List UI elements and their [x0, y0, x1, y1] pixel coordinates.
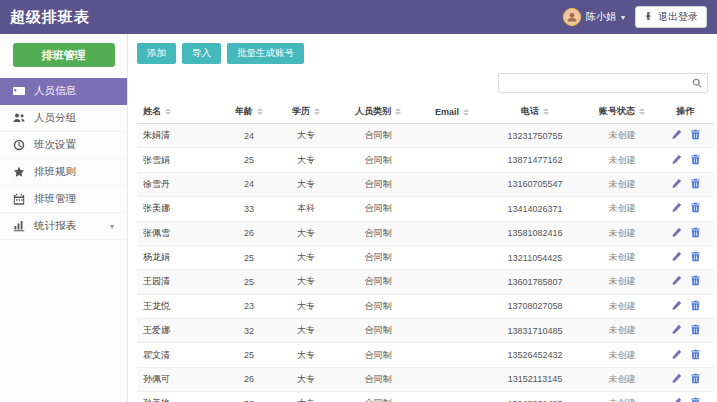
table-row: 徐雪丹24大专合同制13160705547未创建: [137, 172, 714, 196]
cell-category: 合同制: [335, 343, 421, 367]
edit-icon: [671, 153, 682, 168]
column-label: 学历: [292, 106, 310, 116]
sidebar-item-label: 统计报表: [34, 219, 76, 233]
column-header-age[interactable]: 年龄: [221, 100, 277, 124]
cell-email: [421, 319, 483, 343]
cell-status: 未创建: [587, 343, 657, 367]
search-icon[interactable]: [692, 78, 707, 88]
delete-button[interactable]: [686, 201, 705, 216]
edit-icon: [671, 396, 682, 402]
edit-button[interactable]: [667, 396, 686, 402]
chevron-down-icon: ▾: [110, 222, 114, 231]
delete-button[interactable]: [686, 128, 705, 143]
sort-icon[interactable]: [463, 109, 469, 116]
delete-icon: [690, 201, 701, 216]
sidebar-item-schedule-manage[interactable]: 排班管理: [0, 186, 127, 213]
cell-edu: 大专: [277, 221, 335, 245]
edit-button[interactable]: [667, 274, 686, 289]
column-header-category[interactable]: 人员类别: [335, 100, 421, 124]
delete-button[interactable]: [686, 372, 705, 387]
delete-button[interactable]: [686, 177, 705, 192]
delete-button[interactable]: [686, 299, 705, 314]
cell-name: 王园清: [137, 270, 221, 294]
schedule-manage-header-button[interactable]: 排班管理: [13, 43, 115, 67]
edit-button[interactable]: [667, 177, 686, 192]
cell-age: 25: [221, 245, 277, 269]
edit-button[interactable]: [667, 299, 686, 314]
calendar-icon: [13, 193, 25, 205]
cell-age: 25: [221, 148, 277, 172]
id-card-icon: [13, 85, 25, 97]
sort-icon[interactable]: [395, 108, 401, 115]
sort-icon[interactable]: [165, 108, 171, 115]
edit-icon: [671, 201, 682, 216]
delete-button[interactable]: [686, 226, 705, 241]
logout-button[interactable]: 退出登录: [635, 6, 707, 28]
personnel-table: 姓名年龄学历人员类别Email电话账号状态操作 朱娟清24大专合同制132317…: [137, 100, 714, 402]
sort-icon[interactable]: [314, 108, 320, 115]
cell-age: 25: [221, 270, 277, 294]
sidebar-item-schedule-rules[interactable]: 排班规则: [0, 159, 127, 186]
cell-age: 26: [221, 367, 277, 391]
cell-category: 合同制: [335, 124, 421, 148]
sort-icon[interactable]: [543, 108, 549, 115]
column-header-email[interactable]: Email: [421, 100, 483, 124]
cell-phone: 13231750755: [483, 124, 587, 148]
column-header-status[interactable]: 账号状态: [587, 100, 657, 124]
cell-ops: [657, 319, 714, 343]
sort-icon[interactable]: [257, 108, 263, 115]
search-input[interactable]: [499, 74, 692, 92]
star-icon: [13, 166, 25, 178]
cell-ops: [657, 172, 714, 196]
edit-button[interactable]: [667, 226, 686, 241]
cell-ops: [657, 343, 714, 367]
sidebar-item-personnel-info[interactable]: 人员信息: [0, 78, 127, 105]
column-header-edu[interactable]: 学历: [277, 100, 335, 124]
cell-category: 合同制: [335, 245, 421, 269]
sidebar-item-label: 班次设置: [34, 138, 76, 152]
cell-edu: 大专: [277, 124, 335, 148]
column-header-phone[interactable]: 电话: [483, 100, 587, 124]
table-row: 孙佩可26大专合同制13152113145未创建: [137, 367, 714, 391]
edit-button[interactable]: [667, 323, 686, 338]
edit-button[interactable]: [667, 128, 686, 143]
cell-age: 24: [221, 172, 277, 196]
user-menu[interactable]: 陈小娟 ▾: [563, 8, 625, 26]
delete-button[interactable]: [686, 323, 705, 338]
cell-edu: 大专: [277, 392, 335, 402]
delete-button[interactable]: [686, 250, 705, 265]
cell-email: [421, 124, 483, 148]
add-button[interactable]: 添加: [137, 43, 176, 64]
edit-button[interactable]: [667, 153, 686, 168]
cell-phone: 13526452432: [483, 343, 587, 367]
table-row: 杨龙娟25大专合同制13211054425未创建: [137, 245, 714, 269]
delete-button[interactable]: [686, 396, 705, 402]
cell-status: 未创建: [587, 148, 657, 172]
sidebar-item-label: 人员信息: [34, 84, 76, 98]
edit-button[interactable]: [667, 348, 686, 363]
cell-email: [421, 221, 483, 245]
sidebar-item-shift-settings[interactable]: 班次设置: [0, 132, 127, 159]
edit-button[interactable]: [667, 372, 686, 387]
app-header: 超级排班表 陈小娟 ▾ 退出登录: [0, 0, 717, 34]
table-header-row: 姓名年龄学历人员类别Email电话账号状态操作: [137, 100, 714, 124]
sidebar-nav: 人员信息人员分组班次设置排班规则排班管理统计报表▾: [0, 78, 127, 240]
batch-create-accounts-button[interactable]: 批量生成账号: [227, 43, 304, 64]
sidebar-item-stats-report[interactable]: 统计报表▾: [0, 213, 127, 240]
logout-icon: [644, 11, 654, 23]
edit-icon: [671, 372, 682, 387]
edit-button[interactable]: [667, 250, 686, 265]
edit-button[interactable]: [667, 201, 686, 216]
avatar: [563, 8, 581, 26]
sidebar-item-personnel-group[interactable]: 人员分组: [0, 105, 127, 132]
cell-phone: 13160705547: [483, 172, 587, 196]
column-header-name[interactable]: 姓名: [137, 100, 221, 124]
search-box: [498, 73, 708, 93]
import-button[interactable]: 导入: [182, 43, 221, 64]
sort-icon[interactable]: [639, 108, 645, 115]
delete-button[interactable]: [686, 274, 705, 289]
chevron-down-icon: ▾: [621, 13, 625, 22]
delete-button[interactable]: [686, 153, 705, 168]
edit-icon: [671, 250, 682, 265]
delete-button[interactable]: [686, 348, 705, 363]
